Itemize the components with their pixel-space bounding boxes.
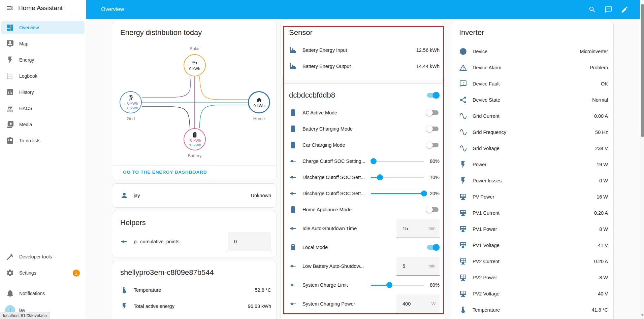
scrollbar-thumb[interactable] [641, 4, 644, 137]
entity-row[interactable]: Discharge Cutoff SOC Sett...20% [281, 185, 445, 202]
entity-row[interactable]: Temperature41.8 °C [451, 302, 613, 318]
transmission-tower-icon [128, 94, 134, 101]
entity-row[interactable]: Battery Charging Mode [281, 121, 445, 137]
slider[interactable] [371, 190, 424, 197]
energy-node-solar[interactable]: 0 kWh [184, 54, 206, 76]
sidebar-item-history[interactable]: History [0, 84, 86, 100]
sidebar-item-settings[interactable]: Settings2 [0, 265, 86, 281]
entity-row[interactable]: PV2 Current0.20 A [451, 253, 613, 270]
entity-row[interactable]: Home Appliance Mode [281, 202, 445, 218]
entity-row[interactable]: jayUnknown [112, 187, 277, 204]
sidebar-item-map[interactable]: Map [0, 36, 86, 52]
toggle-switch[interactable] [426, 206, 440, 214]
toggle-switch[interactable] [426, 243, 440, 251]
entity-row[interactable]: Local Mode [281, 239, 445, 255]
entity-row[interactable]: Device FaultOK [451, 76, 613, 92]
sidebar-item-developer-tools[interactable]: Developer tools [0, 249, 86, 265]
card-title: dcbdccbfddb8 [289, 91, 335, 100]
entity-row[interactable]: pi_cumulative_points0 [112, 232, 277, 251]
entity-row[interactable]: PV1 Power8 W [451, 221, 613, 237]
entity-name: Device [473, 49, 576, 54]
view-title: Overview [101, 6, 124, 12]
sidebar-item-overview[interactable]: Overview [0, 20, 86, 36]
sidebar-item-hacs[interactable]: HACSHACS [0, 100, 86, 116]
toggle-switch[interactable] [426, 109, 440, 117]
entity-row[interactable]: System Charge Limit80% [281, 277, 445, 293]
sidebar-item-energy[interactable]: Energy [0, 52, 86, 68]
entity-row[interactable]: Device StateNormal [451, 92, 613, 108]
entity-row[interactable]: Total active energy96.63 kWh [112, 298, 277, 314]
sidebar-item-label: Media [19, 122, 32, 127]
entity-row[interactable]: PV2 Power8 W [451, 270, 613, 286]
entity-row[interactable]: Grid Voltage234 V [451, 140, 613, 156]
energy-node-battery[interactable]: ↓0 kWh↑0 kWh [184, 128, 206, 150]
number-input[interactable]: 0 [228, 232, 271, 251]
edit-dashboard-icon [621, 6, 629, 13]
slider-handle[interactable] [386, 282, 392, 288]
entity-row[interactable]: Battery Energy Input12.56 kWh [281, 42, 445, 58]
entity-name: Grid Frequency [473, 130, 592, 135]
entity-row[interactable]: PV2 Voltage40 V [451, 286, 613, 302]
entity-row[interactable]: Device AlarmProblem [451, 60, 613, 76]
slider-handle[interactable] [371, 158, 377, 164]
entity-value: Normal [592, 97, 608, 103]
entity-row[interactable]: Car Charging Mode [281, 137, 445, 153]
entity-row[interactable]: Power19 W [451, 156, 613, 173]
solar-icon [459, 193, 467, 201]
slider-handle[interactable] [377, 174, 383, 180]
slider-handle[interactable] [421, 190, 427, 197]
sidebar-item-label: HACS [19, 106, 32, 111]
slider[interactable] [371, 174, 424, 181]
entity-row[interactable]: PV1 Current0.20 A [451, 205, 613, 221]
search-icon[interactable] [584, 1, 600, 17]
entity-value: 8 W [599, 275, 608, 280]
entity-row[interactable]: Grid Current0.00 A [451, 108, 613, 124]
toggle-switch[interactable] [426, 141, 440, 149]
sidebar-item-label: Overview [19, 25, 39, 30]
slider[interactable] [371, 282, 424, 288]
entity-row[interactable]: Power losses0 W [451, 173, 613, 189]
entity-row[interactable]: Discharge Cutoff SOC Sett...10% [281, 169, 445, 185]
entity-name: Power losses [473, 178, 596, 183]
entity-row[interactable]: PV1 Voltage41 V [451, 237, 613, 253]
card-header-toggle[interactable] [426, 91, 440, 99]
sidebar-item-to-do-lists[interactable]: To-do lists [0, 133, 86, 149]
entity-row[interactable]: Battery Energy Output14.44 kWh [281, 58, 445, 74]
alert-icon [459, 64, 467, 72]
number-input[interactable]: 5min [396, 257, 440, 276]
scrollbar-down-arrow[interactable] [641, 314, 644, 316]
assist-chat-icon[interactable] [600, 1, 616, 17]
energy-node-home[interactable]: 0 kWh [248, 91, 270, 113]
solar-panel-icon [189, 60, 200, 66]
sidebar-item-notifications[interactable]: Notifications [0, 285, 86, 302]
solar-icon [459, 274, 467, 282]
sidebar-item-label: Developer tools [19, 254, 52, 259]
sidebar-toggle-icon[interactable] [6, 4, 14, 12]
energy-node-grid[interactable]: ←0 kWh→0 kWh [120, 91, 142, 113]
device-icon [289, 125, 297, 133]
device-icon [289, 206, 297, 214]
entity-row[interactable]: Temperature52.8 °C [112, 282, 277, 298]
entities-card: jayUnknown [112, 183, 277, 208]
entity-value: 0.20 A [594, 210, 608, 216]
edit-dashboard-icon[interactable] [616, 1, 633, 17]
entity-row[interactable]: Low Battery Auto-Shutdow...5min [281, 257, 445, 276]
number-input[interactable]: 400W [396, 294, 440, 313]
entity-row[interactable]: System Charging Power400W [281, 294, 445, 313]
entity-value: Unknown [251, 193, 271, 198]
entity-row[interactable]: DeviceMicroinverter [451, 43, 613, 60]
entity-row[interactable]: Idle Auto-Shutdown Time15min [281, 219, 445, 238]
entity-row[interactable]: PV Power16 W [451, 189, 613, 205]
entity-name: Home Appliance Mode [302, 207, 423, 212]
scrollbar[interactable] [640, 0, 644, 319]
entity-row[interactable]: AC Active Mode [281, 105, 445, 121]
entity-name: PV2 Current [473, 259, 591, 264]
entity-value: 0.20 A [594, 259, 608, 264]
slider[interactable] [371, 158, 424, 165]
sidebar-item-logbook[interactable]: Logbook [0, 68, 86, 84]
toggle-switch[interactable] [426, 125, 440, 133]
number-input[interactable]: 15min [396, 219, 440, 238]
entity-row[interactable]: Grid Frequency50 Hz [451, 124, 613, 140]
entity-row[interactable]: Charge Cutoff SOC Setting...80% [281, 153, 445, 169]
sidebar-item-media[interactable]: Media [0, 116, 86, 133]
